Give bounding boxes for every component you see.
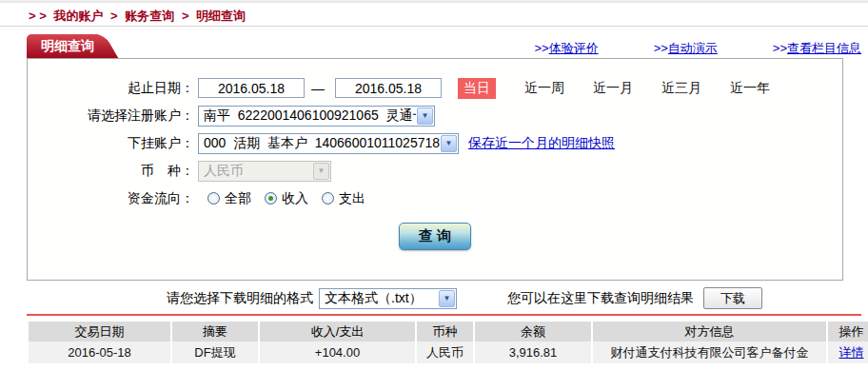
transaction-table: 交易日期 摘要 收入/支出 币种 余额 对方信息 操作 2016-05-18 D… bbox=[27, 322, 868, 363]
link-view-column-info[interactable]: >>查看栏目信息 bbox=[773, 40, 861, 57]
cell-amount: +104.00 bbox=[260, 341, 415, 363]
sub-account-value: 000 活期 基本户 1406600101102571848 bbox=[199, 135, 440, 152]
breadcrumb-item-my-account[interactable]: 我的账户 bbox=[53, 9, 103, 23]
chevron-down-icon: ▼ bbox=[313, 163, 329, 180]
range-last-month[interactable]: 近一月 bbox=[593, 80, 633, 97]
tab-title: 明细查询 bbox=[41, 38, 94, 53]
col-header-summary: 摘要 bbox=[172, 322, 258, 341]
range-last-week[interactable]: 近一周 bbox=[524, 80, 564, 97]
download-row: 请您选择下载明细的格式 文本格式（.txt） ▼ 您可以在这里下载查询明细结果 … bbox=[167, 287, 762, 309]
col-header-action: 操作 bbox=[828, 322, 868, 341]
date-to-input[interactable] bbox=[335, 78, 442, 98]
flow-direction-row: 资金流向： 全部 收入 支出 bbox=[28, 185, 842, 212]
save-monthly-snapshot-link[interactable]: 保存近一个月的明细快照 bbox=[468, 135, 615, 152]
col-header-counterparty: 对方信息 bbox=[593, 322, 826, 341]
tab-detail-query[interactable]: 明细查询 bbox=[27, 34, 98, 58]
radio-icon bbox=[322, 192, 334, 205]
registered-account-select[interactable]: 南平 6222001406100921065 灵通卡 ▼ bbox=[198, 106, 435, 127]
detail-link[interactable]: 详情 bbox=[839, 345, 864, 360]
date-separator: — bbox=[311, 81, 325, 96]
breadcrumb-prefix: > > bbox=[29, 9, 47, 23]
top-divider bbox=[0, 26, 868, 27]
flow-option-all[interactable]: 全部 bbox=[207, 190, 251, 207]
query-button-row: 查 询 bbox=[28, 223, 842, 250]
today-filter-badge[interactable]: 当日 bbox=[458, 78, 496, 99]
link-auto-demo[interactable]: >>自动演示 bbox=[654, 40, 718, 57]
chevron-down-icon: ▼ bbox=[439, 290, 455, 307]
date-range-label: 起止日期： bbox=[28, 80, 194, 97]
cell-currency: 人民币 bbox=[417, 341, 473, 363]
date-range-row: 起止日期： — 当日 近一周 近一月 近三月 近一年 bbox=[28, 74, 842, 102]
col-header-balance: 余额 bbox=[475, 322, 591, 341]
breadcrumb-separator: > bbox=[182, 9, 189, 23]
cell-counterparty: 财付通支付科技有限公司客户备付金 bbox=[593, 341, 826, 363]
cell-balance: 3,916.81 bbox=[475, 341, 591, 363]
header-links: >>体验评价 >>自动演示 >>查看栏目信息 bbox=[534, 40, 861, 57]
date-from-input[interactable] bbox=[198, 78, 305, 98]
account-row: 请选择注册账户： 南平 6222001406100921065 灵通卡 ▼ bbox=[28, 102, 842, 129]
currency-value: 人民币 bbox=[199, 163, 312, 180]
account-label: 请选择注册账户： bbox=[28, 107, 194, 125]
col-header-amount: 收入/支出 bbox=[260, 322, 415, 341]
cell-date: 2016-05-18 bbox=[29, 341, 170, 363]
link-experience-review[interactable]: >>体验评价 bbox=[534, 40, 598, 57]
query-button[interactable]: 查 询 bbox=[399, 223, 471, 250]
registered-account-value: 南平 6222001406100921065 灵通卡 bbox=[199, 107, 416, 125]
table-header-row: 交易日期 摘要 收入/支出 币种 余额 对方信息 操作 bbox=[29, 322, 868, 341]
sub-account-row: 下挂账户： 000 活期 基本户 1406600101102571848 ▼ 保… bbox=[28, 129, 842, 157]
download-button[interactable]: 下载 bbox=[703, 287, 762, 309]
currency-select: 人民币 ▼ bbox=[198, 161, 331, 182]
range-last-year[interactable]: 近一年 bbox=[730, 80, 770, 97]
breadcrumb-item-account-query[interactable]: 账务查询 bbox=[125, 9, 174, 23]
sub-account-select[interactable]: 000 活期 基本户 1406600101102571848 ▼ bbox=[198, 133, 459, 154]
query-form-panel: 起止日期： — 当日 近一周 近一月 近三月 近一年 请选择注册账户： 南平 6… bbox=[27, 58, 843, 281]
col-header-currency: 币种 bbox=[417, 322, 473, 341]
table-row: 2016-05-18 DF提现 +104.00 人民币 3,916.81 财付通… bbox=[29, 341, 868, 363]
flow-option-income[interactable]: 收入 bbox=[265, 190, 308, 207]
download-result-label: 您可以在这里下载查询明细结果 bbox=[507, 290, 694, 307]
currency-row: 币 种： 人民币 ▼ bbox=[28, 157, 842, 185]
radio-checked-icon bbox=[265, 192, 277, 205]
chevron-down-icon: ▼ bbox=[417, 107, 433, 125]
sub-account-label: 下挂账户： bbox=[28, 135, 194, 152]
chevron-down-icon: ▼ bbox=[441, 135, 457, 152]
breadcrumb-separator: > bbox=[110, 9, 118, 23]
cell-summary: DF提现 bbox=[172, 341, 258, 363]
cell-action: 详情 bbox=[828, 341, 868, 363]
breadcrumb-item-detail-query[interactable]: 明细查询 bbox=[196, 9, 246, 23]
flow-direction-label: 资金流向： bbox=[28, 190, 194, 207]
red-divider bbox=[27, 314, 861, 316]
download-format-value: 文本格式（.txt） bbox=[320, 290, 438, 307]
radio-icon bbox=[207, 192, 220, 205]
flow-option-expense[interactable]: 支出 bbox=[322, 190, 365, 207]
download-format-select[interactable]: 文本格式（.txt） ▼ bbox=[319, 288, 457, 309]
col-header-date: 交易日期 bbox=[29, 322, 170, 341]
breadcrumb: > > 我的账户 > 账务查询 > 明细查询 bbox=[29, 8, 249, 25]
currency-label: 币 种： bbox=[28, 163, 194, 180]
top-strip bbox=[0, 0, 868, 3]
range-last-3-months[interactable]: 近三月 bbox=[661, 80, 701, 97]
download-format-label: 请您选择下载明细的格式 bbox=[167, 290, 313, 307]
